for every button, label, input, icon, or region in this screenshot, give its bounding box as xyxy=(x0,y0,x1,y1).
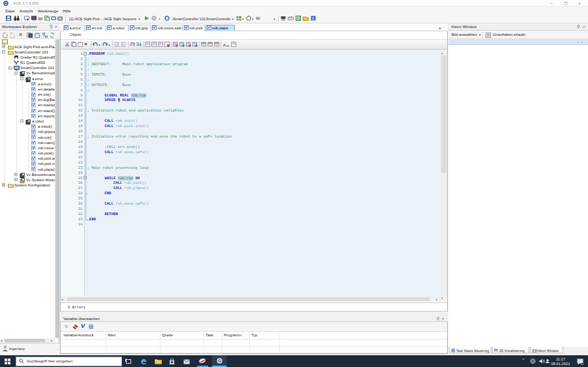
svg-text:E: E xyxy=(312,16,315,21)
svg-text:V: V xyxy=(22,173,24,176)
svg-text:A: A xyxy=(223,42,226,47)
svg-text:V: V xyxy=(22,71,24,74)
